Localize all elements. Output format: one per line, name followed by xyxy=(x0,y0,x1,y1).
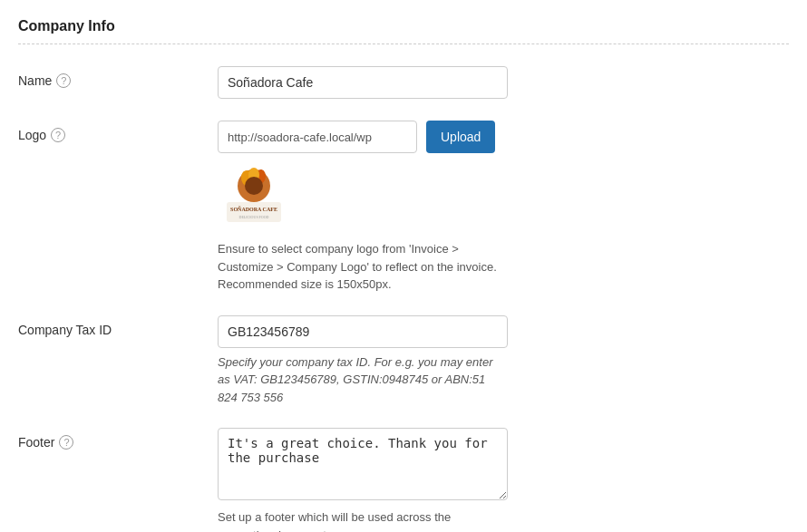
footer-hint: Set up a footer which will be used acros… xyxy=(218,508,508,532)
logo-hint: Ensure to select company logo from 'Invo… xyxy=(218,240,508,294)
company-tax-input[interactable] xyxy=(218,315,508,348)
footer-help-icon[interactable]: ? xyxy=(59,435,73,450)
footer-row: Footer ? Set up a footer which will be u… xyxy=(18,428,789,532)
footer-label-text: Footer xyxy=(18,435,54,450)
logo-label: Logo ? xyxy=(18,121,218,142)
logo-row: Logo ? Upload xyxy=(18,121,789,294)
logo-label-text: Logo xyxy=(18,128,46,142)
company-tax-label: Company Tax ID xyxy=(18,315,218,337)
name-field xyxy=(218,66,789,99)
footer-field: Set up a footer which will be used acros… xyxy=(218,428,789,532)
section-title: Company Info xyxy=(18,18,789,44)
page-container: Company Info Name ? Logo ? Upload xyxy=(0,0,807,532)
cafe-logo-image: SOÑADORA CAFE DELICIOUS FOOD xyxy=(218,166,290,225)
upload-button[interactable]: Upload xyxy=(426,121,495,153)
company-tax-label-text: Company Tax ID xyxy=(18,323,112,337)
logo-preview: SOÑADORA CAFE DELICIOUS FOOD xyxy=(218,166,789,227)
logo-url-input[interactable] xyxy=(218,121,417,153)
name-label-text: Name xyxy=(18,73,52,88)
company-tax-hint: Specify your company tax ID. For e.g. yo… xyxy=(218,353,508,407)
company-tax-field: Specify your company tax ID. For e.g. yo… xyxy=(218,315,789,407)
svg-text:SOÑADORA CAFE: SOÑADORA CAFE xyxy=(230,206,277,212)
logo-field: Upload SOÑADORA CAFE DELICIO xyxy=(218,121,789,294)
svg-point-4 xyxy=(245,177,263,195)
footer-label: Footer ? xyxy=(18,428,218,450)
name-row: Name ? xyxy=(18,66,789,99)
footer-textarea[interactable] xyxy=(218,428,508,500)
name-help-icon[interactable]: ? xyxy=(56,73,71,88)
name-input[interactable] xyxy=(218,66,508,99)
logo-url-row: Upload xyxy=(218,121,789,153)
name-label: Name ? xyxy=(18,66,218,88)
company-tax-row: Company Tax ID Specify your company tax … xyxy=(18,315,789,407)
logo-help-icon[interactable]: ? xyxy=(51,128,65,142)
svg-text:DELICIOUS FOOD: DELICIOUS FOOD xyxy=(239,215,269,219)
